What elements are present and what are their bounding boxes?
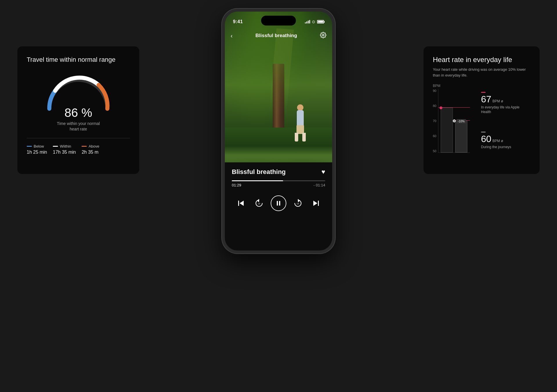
legend-time-below: 1h 25 min bbox=[27, 150, 47, 155]
dynamic-island bbox=[261, 16, 296, 26]
nav-title: Blissful breathing bbox=[256, 33, 297, 39]
svg-point-0 bbox=[322, 34, 324, 36]
signal-bars-icon bbox=[305, 20, 310, 23]
time-current: 01:29 bbox=[232, 183, 241, 187]
time-remaining: - 01:14 bbox=[314, 183, 325, 187]
svg-marker-10 bbox=[313, 201, 317, 206]
chart-stat-labels: 67 BPM ø In everyday life via Apple Heal… bbox=[481, 92, 530, 150]
left-panel: Travel time within normal range 86 % Tim… bbox=[17, 46, 139, 174]
rewind-15-button[interactable]: 15 bbox=[253, 197, 265, 210]
content-title-row: Blissful breathing ♥ bbox=[232, 168, 325, 176]
gauge-label: Time within your normalheart rate bbox=[57, 121, 100, 132]
divider bbox=[27, 138, 130, 138]
bpm-tick-60: 60 bbox=[433, 134, 436, 138]
legend-time-above: 2h 35 m bbox=[82, 150, 99, 155]
dash-journey bbox=[481, 132, 486, 133]
status-time: 9:41 bbox=[233, 19, 243, 24]
back-button[interactable]: ‹ bbox=[231, 32, 233, 39]
legend-time-within: 17h 35 min bbox=[53, 150, 76, 155]
right-panel-title: Heart rate in everyday life bbox=[433, 56, 530, 64]
bpm-value-journey: 60 BPM ø bbox=[481, 134, 530, 144]
person-figure bbox=[293, 104, 308, 145]
bpm-tick-70: 70 bbox=[433, 119, 436, 123]
legend-item-above: Above 2h 35 m bbox=[82, 144, 99, 155]
bpm-num-journey: 60 bbox=[481, 134, 491, 144]
svg-marker-7 bbox=[298, 199, 300, 202]
chart-bars-container: -10% bbox=[438, 89, 470, 153]
stat-everyday: 67 BPM ø In everyday life via Apple Heal… bbox=[481, 92, 530, 114]
y-axis: 90 80 70 60 50 bbox=[433, 89, 436, 153]
gauge-center: 86 % Time within your normalheart rate bbox=[57, 106, 100, 132]
svg-marker-2 bbox=[240, 201, 244, 206]
rewind-15-icon: 15 bbox=[254, 198, 264, 208]
progress-track[interactable] bbox=[232, 180, 325, 181]
dash-everyday bbox=[481, 92, 486, 93]
skip-back-icon bbox=[237, 199, 245, 207]
skip-forward-icon bbox=[312, 199, 320, 207]
svg-rect-9 bbox=[318, 201, 319, 206]
legend-name-below: Below bbox=[34, 144, 44, 148]
status-icons: ⊙ bbox=[305, 19, 324, 24]
progress-fill bbox=[232, 180, 283, 181]
legend-color-below bbox=[27, 146, 32, 147]
svg-text:15: 15 bbox=[296, 202, 299, 205]
stat-journey: 60 BPM ø During the journeys bbox=[481, 132, 530, 150]
right-panel: Heart rate in everyday life Your heart r… bbox=[424, 46, 540, 174]
chart-body: 90 80 70 60 50 -10% bbox=[433, 89, 530, 153]
person-body bbox=[297, 110, 304, 126]
svg-rect-1 bbox=[238, 201, 239, 206]
chart-y-label: BPM bbox=[433, 84, 530, 88]
phone-wrapper: 9:41 ⊙ ‹ Blissful breathing bbox=[222, 0, 335, 253]
bpm-value-everyday: 67 BPM ø bbox=[481, 94, 530, 105]
legend-item-below: Below 1h 25 min bbox=[27, 144, 47, 155]
gear-icon bbox=[320, 32, 326, 38]
bpm-tick-50: 50 bbox=[433, 149, 436, 153]
legend-color-within bbox=[53, 146, 58, 147]
gauge-percent: 86 % bbox=[57, 106, 100, 120]
right-panel-subtitle: Your heart rate while driving was on ave… bbox=[433, 67, 530, 78]
left-panel-title: Travel time within normal range bbox=[27, 56, 130, 64]
bpm-desc-everyday: In everyday life via Apple Health bbox=[481, 105, 530, 114]
percent-badge: -10% bbox=[456, 119, 466, 124]
bar-journey bbox=[455, 121, 467, 153]
legend-color-above bbox=[82, 146, 87, 147]
chart-area: BPM 90 80 70 60 50 bbox=[433, 84, 530, 153]
nav-bar: ‹ Blissful breathing bbox=[225, 28, 332, 43]
person-head bbox=[297, 104, 303, 111]
person-leg-right bbox=[302, 133, 306, 141]
heart-button[interactable]: ♥ bbox=[321, 168, 325, 176]
forward-15-icon: 15 bbox=[293, 198, 303, 208]
phone-frame: 9:41 ⊙ ‹ Blissful breathing bbox=[222, 9, 335, 253]
progress-container: 01:29 - 01:14 bbox=[232, 180, 325, 187]
skip-back-button[interactable] bbox=[235, 197, 247, 210]
battery-icon bbox=[317, 20, 324, 23]
pause-icon bbox=[276, 200, 281, 206]
legend-row: Below 1h 25 min Wiithin 17h 35 min Above… bbox=[27, 144, 130, 155]
forward-15-button[interactable]: 15 bbox=[292, 197, 304, 210]
svg-rect-5 bbox=[277, 201, 278, 206]
skip-forward-button[interactable] bbox=[310, 197, 322, 210]
progress-times: 01:29 - 01:14 bbox=[232, 183, 325, 187]
bpm-desc-journey: During the journeys bbox=[481, 145, 530, 150]
bar-everyday bbox=[441, 108, 453, 153]
bpm-unit-everyday: BPM ø bbox=[493, 99, 503, 103]
svg-text:15: 15 bbox=[258, 202, 260, 205]
gauge-svg bbox=[44, 71, 113, 112]
bpm-num-everyday: 67 bbox=[481, 94, 491, 105]
bpm-tick-90: 90 bbox=[433, 89, 436, 92]
pause-button[interactable] bbox=[271, 195, 286, 211]
red-line bbox=[438, 107, 470, 108]
wifi-icon: ⊙ bbox=[312, 19, 315, 24]
svg-rect-6 bbox=[279, 201, 280, 206]
phone-content: Blissful breathing ♥ 01:29 - 01:14 bbox=[225, 162, 332, 251]
controls-row: 15 15 bbox=[232, 195, 325, 211]
bpm-tick-80: 80 bbox=[433, 104, 436, 108]
legend-item-within: Wiithin 17h 35 min bbox=[53, 144, 76, 155]
svg-marker-3 bbox=[257, 199, 259, 202]
content-title: Blissful breathing bbox=[232, 168, 286, 176]
legend-name-within: Wiithin bbox=[60, 144, 71, 148]
settings-button[interactable] bbox=[320, 32, 326, 40]
legend-name-above: Above bbox=[88, 144, 99, 148]
person-leg-left bbox=[295, 133, 298, 141]
bpm-unit-journey: BPM ø bbox=[493, 139, 503, 143]
